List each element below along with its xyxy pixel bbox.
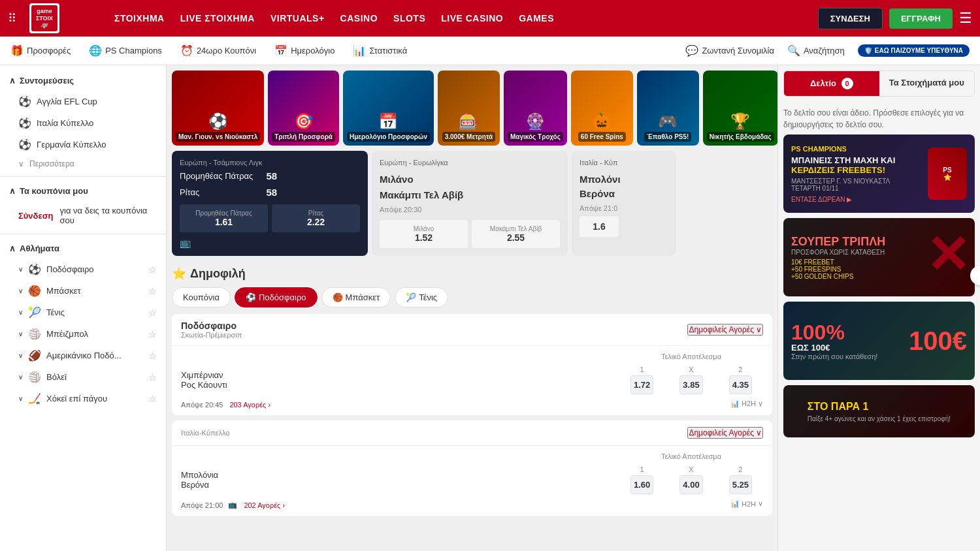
- chevron-up-icon: ∧: [9, 76, 16, 86]
- odd-2-1[interactable]: 1.60: [630, 475, 653, 494]
- odd-1-1[interactable]: 1.72: [630, 375, 653, 394]
- odd-2-x[interactable]: 4.00: [679, 475, 702, 494]
- odd-2-2[interactable]: 5.25: [729, 475, 752, 494]
- sidebar-divider-2: [0, 234, 166, 234]
- sidebar-item-volleyball[interactable]: ∨ 🏐 Βόλεϊ ☆: [0, 366, 166, 388]
- odd-1-x[interactable]: 3.85: [679, 375, 702, 394]
- nav-search[interactable]: 🔍 Αναζήτηση: [787, 44, 845, 57]
- sidebar-sports-header[interactable]: ∧ Αθλήματα: [0, 238, 166, 259]
- sport-section-1: Ποδόσφαιρο Σκωτία-Πρέμιερσιπ Δημοφιλείς …: [172, 314, 772, 415]
- match-1-league: Ευρώπη - Τσάμπιονς Λιγκ: [180, 159, 360, 166]
- nav-live-casino[interactable]: LIVE CASINO: [441, 13, 503, 24]
- demofilis-btn-2[interactable]: Δημοφιλείς Αγορές ∨: [687, 427, 763, 439]
- sidebar-item-hockey[interactable]: ∨ 🏒 Χόκεϊ επί πάγου ☆: [0, 388, 166, 409]
- nav-calendar[interactable]: 📅 Ημερολόγιο: [274, 44, 335, 57]
- match-2-odds: Μιλάνο 1.52 Μακάμπι Τελ Αβίβ 2.55: [380, 220, 560, 248]
- tab-coupon[interactable]: Κουπόνια: [172, 287, 231, 307]
- sidebar-coupons-header[interactable]: ∧ Τα κουπόνια μου: [0, 181, 166, 201]
- sport-title-1: Ποδόσφαιρο: [181, 321, 242, 331]
- sidebar-shortcuts-header[interactable]: ∧ Συντομεύσεις: [0, 71, 166, 91]
- nav-virtuals[interactable]: VIRTUALS+: [270, 13, 325, 24]
- nav-statistics[interactable]: 📊 Στατιστικά: [353, 44, 407, 57]
- grid-icon[interactable]: ⠿: [8, 11, 16, 25]
- basketball-tab-icon: 🏀: [333, 292, 343, 302]
- banner-100-bonus[interactable]: 100% ΕΩΣ 100€ Στην πρώτη σου κατάθεση! 1…: [783, 302, 975, 380]
- match-3-time: Απόψε 21:0: [580, 204, 668, 212]
- promo-card-freespins[interactable]: 🎃 60 Free Spins: [571, 71, 633, 146]
- brand-logo[interactable]: gameΣΤΟΙΧ.gr: [29, 3, 101, 33]
- h2h-btn-1[interactable]: 📊 H2H ∨: [730, 400, 763, 408]
- star-icon-baseball[interactable]: ☆: [148, 329, 157, 339]
- sidebar-login-prompt[interactable]: Σύνδεση για να δεις τα κουπόνια σου: [0, 201, 166, 230]
- nav-ps-champions[interactable]: 🌐 PS Champions: [89, 44, 162, 57]
- star-icon-football[interactable]: ☆: [148, 264, 157, 275]
- sidebar-item-germany-cup[interactable]: ⚽ Γερμανία Κύπελλο: [0, 134, 166, 155]
- match-2-odd1[interactable]: Μιλάνο 1.52: [380, 220, 468, 248]
- banner-super-triple[interactable]: ΣΟΥΠΕΡ ΤΡΙΠΛΗ ΠΡΟΣΦΟΡΑ ΧΩΡΙΣ ΚΑΤΑΘΕΣΗ 10…: [783, 218, 975, 296]
- betslip-tab-my-bets[interactable]: Τα Στοιχήματά μου: [879, 71, 975, 96]
- live-match-1: Ευρώπη - Τσάμπιονς Λιγκ Προμηθέας Πάτρας…: [172, 151, 368, 256]
- nav-slots[interactable]: SLOTS: [393, 13, 425, 24]
- sidebar-item-football[interactable]: ∨ ⚽ Ποδόσφαιρο ☆: [0, 259, 166, 280]
- tab-football[interactable]: ⚽ Ποδόσφαιρο: [235, 287, 318, 307]
- promo-card-wheel[interactable]: 🎡 Μαγικός Τροχός: [504, 71, 567, 146]
- register-button[interactable]: ΕΓΓΡΑΦΗ: [889, 8, 953, 29]
- betslip-tab-deltion[interactable]: Δελτίο 0: [784, 71, 879, 96]
- promo-card-triple[interactable]: 🎯 Τριπλή Προσφορά: [268, 71, 339, 146]
- promo-card-man-utd[interactable]: ⚽ Μαν. Γιουν. vs Νιούκαστλ: [172, 71, 264, 146]
- star-icon-amfootball[interactable]: ☆: [148, 351, 157, 361]
- popular-tabs: Κουπόνια ⚽ Ποδόσφαιρο 🏀 Μπάσκετ 🎾 Τένις: [172, 287, 772, 307]
- h2h-btn-2[interactable]: 📊 H2H ∨: [730, 499, 763, 508]
- tab-basketball[interactable]: 🏀 Μπάσκετ: [321, 287, 391, 307]
- game-more-markets-2[interactable]: Απόψε 21:00 📺 202 Αγορές ›: [181, 501, 285, 509]
- game-more-markets-1[interactable]: Απόψε 20:45 203 Αγορές ›: [181, 401, 270, 409]
- match-3-league: Ιταλία - Κύπ: [580, 159, 668, 166]
- tab-tennis[interactable]: 🎾 Τένις: [395, 287, 448, 307]
- nav-stoixima[interactable]: ΣΤΟΙΧΗΜΑ: [114, 13, 165, 24]
- chevron-down-icon-8: ∨: [18, 395, 23, 402]
- match-2-odd2[interactable]: Μακάμπι Τελ Αβίβ 2.55: [472, 220, 560, 248]
- promo-card-winner[interactable]: 🏆 Νικητής Εβδομάδας: [703, 71, 777, 146]
- chevron-down-icon-3: ∨: [18, 287, 23, 294]
- promo-icon-2: 🎯: [294, 112, 314, 131]
- football-tab-icon: ⚽: [246, 292, 256, 302]
- nav-24h-coupon[interactable]: ⏰ 24ωρο Κουπόνι: [180, 44, 256, 57]
- nav-games[interactable]: GAMES: [519, 13, 554, 24]
- login-button[interactable]: ΣΥΝΔΕΣΗ: [818, 8, 883, 29]
- live-match-3: Ιταλία - Κύπ Μπολόνι Βερόνα Απόψε 21:0 1…: [572, 151, 676, 256]
- star-icon-hockey[interactable]: ☆: [148, 394, 157, 404]
- sidebar-item-basketball[interactable]: ∨ 🏀 Μπάσκετ ☆: [0, 280, 166, 302]
- logo-text: gameΣΤΟΙΧ.gr: [31, 5, 57, 31]
- sidebar-item-american-football[interactable]: ∨ 🏈 Αμερικάνικο Ποδό... ☆: [0, 345, 166, 366]
- banner-para1[interactable]: ΣΤΟ ΠΑΡΑ 1 Παίξε 4+ αγώνες και αν χάσεις…: [783, 385, 975, 437]
- sidebar-item-baseball[interactable]: ∨ 🏐 Μπέιζμπολ ☆: [0, 323, 166, 345]
- show-more-shortcuts[interactable]: ∨ Περισσότερα: [0, 155, 166, 172]
- promo-card-calendar[interactable]: 📅 Ημερολόγιο Προσφορών: [343, 71, 434, 146]
- promo-card-ps5[interactable]: 🎮 Έπαθλο PS5!: [637, 71, 699, 146]
- eao-badge: 🛡️ ΕΑΩ ΠΑΙΖΟΥΜΕ ΥΠΕΥΘΥΝΑ: [858, 44, 970, 57]
- promo-card-cash[interactable]: 🎰 3.000€ Μετρητά: [438, 71, 500, 146]
- odds-cols-2: 1 1.60 X 4.00: [619, 465, 763, 494]
- nav-live-stoixima[interactable]: LIVE ΣΤΟΙΧΗΜΑ: [180, 13, 255, 24]
- star-icon-basketball[interactable]: ☆: [148, 286, 157, 296]
- demofilis-btn-1[interactable]: Δημοφιλείς Αγορές ∨: [687, 324, 763, 336]
- nav-prosfores[interactable]: 🎁 Προσφορές: [10, 44, 71, 57]
- clock-icon: ⏰: [180, 44, 193, 57]
- promo-icon-7: 🎮: [658, 112, 678, 131]
- match-1-odd2[interactable]: Ρίτας 2.22: [272, 204, 360, 232]
- odd-1-2[interactable]: 4.35: [729, 375, 752, 394]
- banner-ps-champions[interactable]: PS CHAMPIONS ΜΠΑΙΝΕΙΣ ΣΤΗ ΜΑΧΗ ΚΑΙΚΕΡΔΙΖ…: [783, 134, 975, 213]
- sidebar-item-italy-cup[interactable]: ⚽ Ιταλία Κύπελλο: [0, 112, 166, 134]
- promo-icon-4: 🎰: [459, 112, 478, 131]
- sidebar-item-efl-cup[interactable]: ⚽ Αγγλία EFL Cup: [0, 91, 166, 112]
- match-1-odd1[interactable]: Προμηθέας Πάτρας 1.61: [180, 204, 268, 232]
- star-icon-tennis[interactable]: ☆: [148, 307, 157, 318]
- sidebar-item-tennis[interactable]: ∨ 🎾 Τένις ☆: [0, 302, 166, 323]
- top-navigation: ⠿ gameΣΤΟΙΧ.gr ΣΤΟΙΧΗΜΑ LIVE ΣΤΟΙΧΗΜΑ VI…: [0, 0, 980, 37]
- nav-casino[interactable]: CASINO: [340, 13, 378, 24]
- nav-live-chat[interactable]: 💬 Ζωντανή Συνομιλία: [685, 44, 774, 57]
- hamburger-icon[interactable]: ☰: [959, 10, 972, 27]
- star-icon-volleyball[interactable]: ☆: [148, 372, 157, 383]
- match-3-odd1[interactable]: 1.6: [580, 216, 619, 237]
- teams-col-1: Χιμπέρνιαν Ρος Κάουντι: [181, 370, 615, 390]
